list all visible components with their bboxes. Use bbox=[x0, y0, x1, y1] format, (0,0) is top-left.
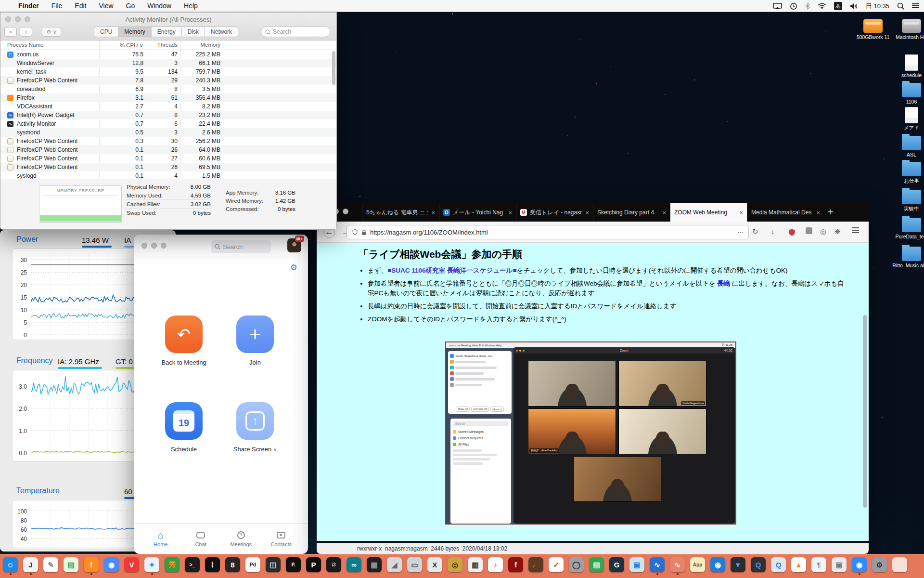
dock-terminal[interactable]: >_ bbox=[185, 557, 200, 572]
zoom-nav-meetings[interactable]: Meetings bbox=[224, 530, 258, 547]
dock-scanner[interactable]: ▭ bbox=[407, 557, 422, 572]
dock-processing-1[interactable]: P. bbox=[286, 557, 301, 572]
menu-item-help[interactable]: Help bbox=[184, 2, 198, 10]
dock-trash[interactable] bbox=[892, 557, 907, 572]
volume-icon[interactable] bbox=[850, 3, 858, 10]
desktop-icon-メアド[interactable]: メアド bbox=[890, 107, 924, 131]
download-icon[interactable]: ↓ bbox=[771, 227, 775, 236]
page-link[interactable]: 長嶋 bbox=[717, 280, 730, 287]
share-screen-button[interactable]: ↑ bbox=[236, 402, 274, 440]
dock-vlc[interactable]: ▲ bbox=[791, 557, 806, 572]
dock-chrome[interactable]: ◉ bbox=[104, 557, 119, 572]
panel-button[interactable]: More ∨ bbox=[490, 407, 504, 412]
url-bar[interactable]: https://nagasm.org/1106/ZOOM/index.html … bbox=[346, 225, 749, 239]
dock-wedge-app[interactable]: ◢ bbox=[387, 557, 402, 572]
dock-processing-2[interactable]: P bbox=[306, 557, 321, 572]
zoom-nav-home[interactable]: ⌂Home bbox=[144, 530, 178, 547]
dock-itunes[interactable]: ♪ bbox=[488, 557, 503, 572]
dock-arduino[interactable]: ∞ bbox=[346, 557, 361, 572]
table-row[interactable]: FirefoxCP Web Content0.12669.5 MB bbox=[0, 163, 336, 171]
dock-photo-stack[interactable]: ▣ bbox=[832, 557, 847, 572]
browser-tab[interactable]: ZOOM Web Meeting× bbox=[670, 203, 747, 222]
table-row[interactable]: kernel_task9.5134759.7 MB bbox=[0, 67, 336, 76]
table-row[interactable]: FirefoxCP Web Content0.330256.2 MB bbox=[0, 137, 336, 145]
table-row[interactable]: ∿Activity Monitor0.7622.4 MB bbox=[0, 119, 336, 128]
dock-zoom[interactable]: ◉ bbox=[852, 557, 867, 572]
menu-item-edit[interactable]: Edit bbox=[75, 2, 86, 10]
chat-item[interactable]: All Files bbox=[453, 441, 509, 447]
bluetooth-icon[interactable] bbox=[805, 2, 810, 10]
notification-center-icon[interactable] bbox=[912, 3, 919, 9]
tab-close-icon[interactable]: × bbox=[739, 209, 743, 216]
close-button[interactable] bbox=[141, 243, 147, 249]
dock-max8[interactable]: 8 bbox=[225, 557, 240, 572]
dock-safari[interactable]: ✦ bbox=[144, 557, 159, 572]
desktop-icon-asl[interactable]: ASL bbox=[890, 134, 924, 158]
menu-item-window[interactable]: Window bbox=[147, 2, 171, 10]
menu-bar-clock[interactable]: 日 10:35 bbox=[866, 2, 889, 11]
desktop-icon-puredata_test[interactable]: PureData_test bbox=[890, 216, 924, 239]
dock-gold-badge[interactable]: ◎ bbox=[448, 557, 462, 572]
dock-green-doc[interactable]: ▤ bbox=[64, 557, 78, 572]
schedule-button[interactable]: 19 bbox=[165, 402, 203, 440]
dock-firefox[interactable]: f bbox=[84, 557, 99, 572]
tab-close-icon[interactable]: × bbox=[662, 209, 666, 216]
ublock-icon[interactable] bbox=[788, 228, 796, 236]
menu-item-finder[interactable]: Finder bbox=[18, 2, 39, 10]
tab-close-icon[interactable]: × bbox=[431, 209, 435, 216]
panel-button[interactable]: Mute All bbox=[456, 407, 470, 412]
browser-tab[interactable]: Sketching Diary part 4× bbox=[593, 203, 670, 222]
dock-textedit[interactable]: ✎ bbox=[43, 557, 58, 572]
table-header[interactable]: Process Name % CPU ∨ Threads Memory bbox=[0, 40, 336, 50]
airplay-icon[interactable] bbox=[773, 3, 782, 10]
page-actions-icon[interactable]: ⋯ bbox=[737, 229, 744, 236]
tab-disk[interactable]: Disk bbox=[182, 27, 205, 37]
dock-app-note[interactable]: App bbox=[690, 557, 705, 572]
browser-tab[interactable]: 5ちゃんねる 電車男 ニュ× bbox=[362, 203, 439, 222]
zoom-button[interactable] bbox=[343, 209, 348, 214]
chat-item[interactable]: Starred Messages bbox=[453, 429, 509, 435]
browser-tab[interactable]: Media Mathmatical Des× bbox=[747, 203, 824, 222]
tab-memory[interactable]: Memory bbox=[118, 27, 151, 37]
table-row[interactable]: VDCAssistant2.748.2 MB bbox=[0, 102, 336, 111]
dock-garageband[interactable]: ♩ bbox=[528, 557, 543, 572]
wifi-icon[interactable] bbox=[818, 3, 826, 9]
settings-gear-icon[interactable]: ⚙ bbox=[290, 263, 297, 273]
menu-item-view[interactable]: View bbox=[99, 2, 113, 10]
dock-vivaldi[interactable]: V bbox=[124, 557, 139, 572]
table-row[interactable]: syslogd0.141.5 MB bbox=[0, 171, 336, 179]
tab-cpu[interactable]: CPU bbox=[94, 27, 118, 37]
desktop-icon-macintosh-hd[interactable]: Macintosh HD bbox=[890, 17, 924, 40]
table-row[interactable]: coreaudiod6.983.5 MB bbox=[0, 85, 336, 93]
dock-photos[interactable]: ▣ bbox=[629, 557, 644, 572]
browser-tab[interactable]: Oメール - Yoichi Nag× bbox=[439, 203, 516, 222]
dock-piano[interactable]: ▥ bbox=[468, 557, 483, 572]
dock-free-stack[interactable]: ▤ bbox=[589, 557, 604, 572]
dock-audio-blue[interactable]: ◉ bbox=[710, 557, 725, 572]
dock-x11[interactable]: X bbox=[427, 557, 442, 572]
tab-energy[interactable]: Energy bbox=[152, 27, 182, 37]
search-field[interactable]: Search bbox=[261, 26, 331, 37]
dock-video-converter[interactable]: ▼ bbox=[731, 557, 745, 572]
input-source-icon[interactable]: あ bbox=[834, 2, 842, 10]
dock-musescore[interactable]: ✓ bbox=[549, 557, 564, 572]
inspect-process-button[interactable]: i bbox=[20, 27, 32, 37]
panel-button[interactable]: Unmute All bbox=[471, 407, 489, 412]
time-machine-icon[interactable] bbox=[790, 2, 797, 10]
desktop-icon-schedule[interactable]: schedule bbox=[890, 54, 924, 78]
table-row[interactable]: ◔Firefox3.161356.4 MB bbox=[0, 93, 336, 102]
dock-max[interactable]: ⌇ bbox=[205, 557, 220, 572]
table-row[interactable]: sysmond0.532.6 MB bbox=[0, 128, 336, 137]
dock-hidemaru[interactable]: 秀 bbox=[165, 557, 180, 572]
zoom-nav-contacts[interactable]: Contacts bbox=[264, 530, 298, 547]
dock-headphones[interactable]: ◯ bbox=[569, 557, 584, 572]
menu-item-go[interactable]: Go bbox=[126, 2, 135, 10]
dock-audio-device[interactable]: ▦ bbox=[367, 557, 382, 572]
scrollbar-thumb[interactable] bbox=[863, 315, 867, 508]
view-options-button[interactable]: ⚙ ∨ bbox=[42, 27, 61, 37]
zoom-button[interactable] bbox=[161, 243, 167, 249]
extension-icon[interactable]: ❋ bbox=[834, 227, 841, 236]
table-row[interactable]: FirefoxCP Web Content7.829240.3 MB bbox=[0, 76, 336, 85]
tab-close-icon[interactable]: × bbox=[585, 209, 589, 216]
url-text[interactable]: https://nagasm.org/1106/ZOOM/index.html bbox=[370, 229, 488, 236]
